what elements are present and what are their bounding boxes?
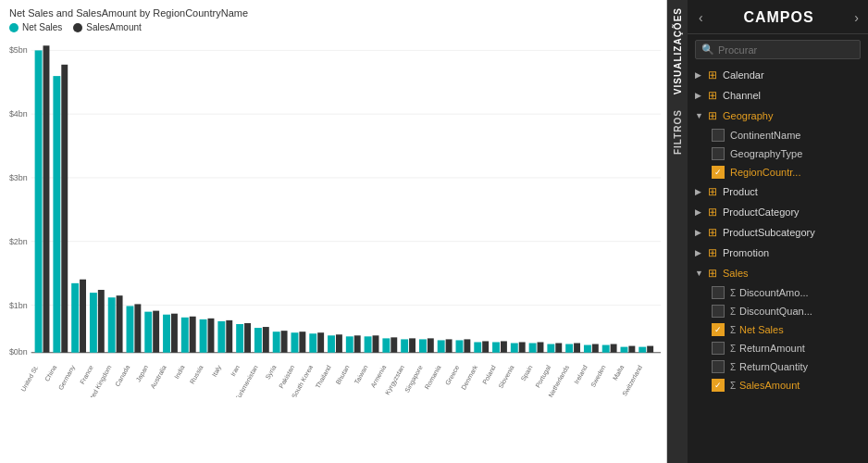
field-group-header-0[interactable]: ▶⊞Calendar	[688, 65, 868, 85]
field-item-7-4[interactable]: Σ ReturnQuantity	[688, 357, 868, 376]
field-checkbox-7-1[interactable]	[712, 305, 725, 318]
svg-text:Thailand: Thailand	[315, 364, 332, 389]
field-checkbox-7-0[interactable]	[712, 286, 725, 299]
table-icon-2: ⊞	[708, 109, 717, 122]
visualizacoes-tab[interactable]: VISUALIZAÇÕES	[671, 0, 685, 102]
field-checkbox-2-0[interactable]	[712, 129, 725, 142]
field-item-2-1[interactable]: GeographyType	[688, 144, 868, 163]
field-group-header-1[interactable]: ▶⊞Channel	[688, 85, 868, 106]
campos-panel: ‹ CAMPOS › 🔍 ▶⊞Calendar▶⊞Channel▼⊞Geogra…	[688, 0, 868, 463]
field-group-productsubcategory: ▶⊞ProductSubcategory	[688, 222, 868, 243]
svg-rect-62	[492, 342, 500, 352]
svg-rect-58	[456, 340, 464, 352]
group-name-4: ProductCategory	[723, 206, 862, 218]
field-item-2-0[interactable]: ContinentName	[688, 126, 868, 144]
svg-text:$0bn: $0bn	[9, 347, 28, 357]
field-name-7-2: Σ Net Sales	[730, 324, 784, 335]
svg-text:Singapore: Singapore	[403, 364, 425, 394]
svg-text:Italy: Italy	[211, 364, 223, 379]
field-checkbox-7-4[interactable]	[712, 360, 725, 373]
svg-rect-73	[592, 344, 599, 353]
search-input[interactable]	[718, 44, 854, 56]
svg-rect-40	[291, 332, 299, 353]
svg-rect-26	[163, 315, 170, 353]
svg-rect-66	[529, 344, 537, 353]
group-name-0: Calendar	[723, 69, 862, 81]
svg-rect-46	[346, 336, 353, 352]
svg-rect-27	[171, 314, 178, 353]
field-group-geography: ▼⊞GeographyContinentNameGeographyTypeReg…	[688, 106, 868, 181]
svg-text:Pakistan: Pakistan	[278, 364, 295, 389]
expand-arrow-5: ▶	[695, 228, 704, 237]
field-group-header-2[interactable]: ▼⊞Geography	[688, 106, 868, 126]
svg-rect-30	[200, 319, 207, 353]
svg-rect-14	[53, 76, 60, 353]
svg-text:Australia: Australia	[149, 364, 167, 390]
table-icon-3: ⊞	[708, 185, 717, 198]
svg-text:Bhutan: Bhutan	[335, 364, 351, 385]
expand-arrow-0: ▶	[695, 70, 704, 80]
expand-arrow-1: ▶	[695, 91, 704, 100]
svg-rect-32	[217, 321, 225, 353]
field-checkbox-7-5[interactable]	[712, 379, 725, 392]
field-checkbox-2-1[interactable]	[712, 147, 725, 160]
field-group-channel: ▶⊞Channel	[688, 85, 868, 106]
expand-arrow-4: ▶	[695, 207, 704, 217]
svg-rect-47	[354, 335, 361, 352]
svg-rect-25	[153, 311, 159, 353]
svg-rect-34	[236, 324, 243, 353]
svg-rect-57	[446, 339, 453, 352]
campos-header: ‹ CAMPOS ›	[688, 0, 868, 34]
field-group-header-6[interactable]: ▶⊞Promotion	[688, 243, 868, 263]
field-item-7-0[interactable]: Σ DiscountAmo...	[688, 283, 868, 302]
svg-text:Canada: Canada	[114, 364, 130, 387]
svg-rect-79	[647, 346, 653, 353]
table-icon-4: ⊞	[708, 206, 717, 219]
field-item-7-1[interactable]: Σ DiscountQuan...	[688, 302, 868, 320]
field-name-2-0: ContinentName	[730, 130, 800, 141]
fields-list[interactable]: ▶⊞Calendar▶⊞Channel▼⊞GeographyContinentN…	[688, 65, 868, 463]
svg-rect-74	[602, 345, 610, 353]
field-group-header-7[interactable]: ▼⊞Sales	[688, 263, 868, 283]
svg-rect-29	[190, 317, 196, 353]
field-item-7-5[interactable]: Σ SalesAmount	[688, 376, 868, 394]
svg-rect-63	[501, 341, 507, 352]
filtros-tab[interactable]: FILTROS	[671, 102, 685, 162]
svg-rect-16	[71, 283, 79, 353]
field-group-header-4[interactable]: ▶⊞ProductCategory	[688, 202, 868, 222]
field-item-2-2[interactable]: RegionCountr...	[688, 163, 868, 181]
svg-rect-61	[482, 341, 489, 352]
search-box: 🔍	[695, 40, 861, 59]
field-group-calendar: ▶⊞Calendar	[688, 65, 868, 85]
nav-forward-button[interactable]: ›	[854, 10, 859, 25]
field-item-7-3[interactable]: Σ ReturnAmount	[688, 339, 868, 357]
field-checkbox-7-3[interactable]	[712, 342, 725, 355]
field-checkbox-7-2[interactable]	[712, 323, 725, 336]
svg-text:Malta: Malta	[612, 364, 625, 382]
search-icon: 🔍	[701, 44, 714, 56]
field-group-header-5[interactable]: ▶⊞ProductSubcategory	[688, 222, 868, 243]
nav-back-button[interactable]: ‹	[699, 10, 703, 25]
expand-arrow-3: ▶	[695, 187, 704, 196]
svg-rect-50	[382, 338, 390, 352]
field-group-header-3[interactable]: ▶⊞Product	[688, 181, 868, 202]
field-group-sales: ▼⊞SalesΣ DiscountAmo...Σ DiscountQuan...…	[688, 263, 868, 394]
svg-rect-78	[639, 347, 646, 353]
field-checkbox-2-2[interactable]	[712, 166, 725, 179]
svg-text:India: India	[173, 364, 185, 380]
svg-rect-55	[428, 338, 434, 352]
svg-rect-59	[464, 339, 470, 352]
svg-rect-19	[98, 290, 105, 353]
field-item-7-2[interactable]: Σ Net Sales	[688, 320, 868, 339]
svg-rect-37	[263, 327, 269, 353]
svg-text:Slovenia: Slovenia	[497, 364, 515, 389]
svg-rect-68	[547, 344, 554, 353]
svg-rect-21	[117, 295, 123, 353]
svg-rect-76	[621, 347, 628, 353]
svg-text:Switzerland: Switzerland	[621, 364, 643, 397]
svg-rect-33	[226, 320, 232, 353]
svg-rect-20	[108, 297, 116, 353]
field-group-productcategory: ▶⊞ProductCategory	[688, 202, 868, 222]
field-group-product: ▶⊞Product	[688, 181, 868, 202]
svg-rect-67	[538, 342, 544, 352]
